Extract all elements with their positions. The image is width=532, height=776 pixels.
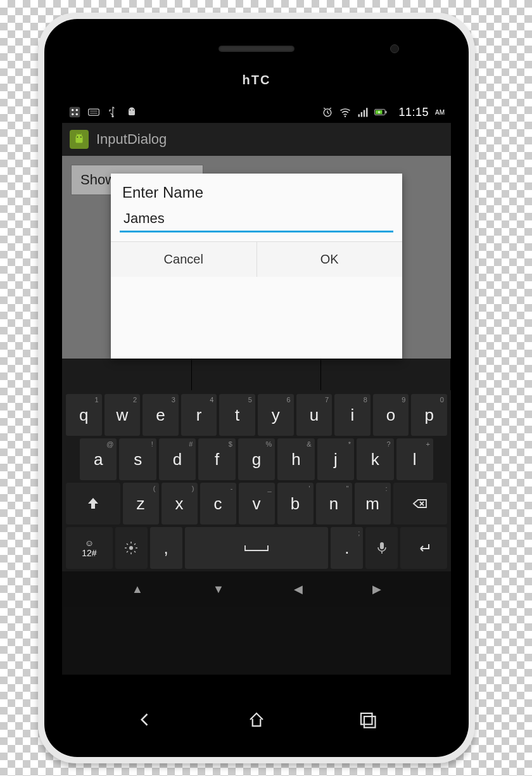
key-e[interactable]: 3e (142, 394, 179, 436)
dialog-title: Enter Name (111, 174, 402, 208)
soft-keyboard: 1q2w3e4r5t6y7u8i9o0p @a!s#d$f%g&h*j?k+l … (62, 390, 451, 607)
key-k[interactable]: ?k (357, 438, 393, 480)
svg-rect-15 (364, 110, 365, 117)
key-q[interactable]: 1q (66, 394, 102, 436)
suggestion-slot[interactable] (192, 359, 322, 390)
period-key[interactable]: ; . (331, 527, 363, 569)
app-icon (70, 130, 89, 149)
suggestion-strip (62, 359, 451, 390)
cursor-row: ▲ ▼ ◀ ▶ (62, 571, 451, 607)
svg-point-21 (80, 136, 82, 137)
status-time: 11:15 (398, 106, 429, 119)
usb-icon (106, 106, 119, 118)
svg-rect-27 (364, 716, 376, 728)
svg-rect-18 (386, 111, 387, 113)
key-h[interactable]: &h (277, 438, 314, 480)
app-bar: InputDialog (62, 123, 451, 156)
svg-point-24 (129, 546, 133, 550)
comma-key[interactable]: , (150, 527, 182, 569)
battery-charging-icon (374, 106, 393, 118)
svg-point-3 (72, 113, 73, 115)
key-l[interactable]: +l (396, 438, 433, 480)
bbm-icon (68, 106, 81, 118)
key-j[interactable]: *j (317, 438, 354, 480)
svg-point-1 (72, 109, 73, 111)
modal-overlay[interactable]: Enter Name Cancel OK (62, 156, 451, 359)
name-input[interactable] (120, 208, 393, 232)
key-z[interactable]: (z (123, 483, 159, 525)
cancel-button[interactable]: Cancel (111, 242, 256, 277)
speaker-grille (218, 46, 294, 52)
cursor-right-key[interactable]: ▶ (372, 582, 381, 596)
key-m[interactable]: :m (355, 483, 391, 525)
svg-rect-26 (361, 713, 372, 725)
signal-icon (357, 106, 369, 118)
svg-rect-16 (366, 108, 368, 117)
cursor-left-key[interactable]: ◀ (294, 582, 303, 596)
cursor-up-key[interactable]: ▲ (132, 583, 143, 596)
ok-button[interactable]: OK (256, 242, 403, 277)
voice-key[interactable] (365, 527, 398, 569)
svg-point-8 (111, 115, 113, 117)
hardware-softkeys (44, 710, 469, 732)
key-t[interactable]: 5t (219, 394, 255, 436)
keyboard-icon (87, 106, 100, 118)
svg-point-2 (76, 109, 78, 111)
svg-point-4 (76, 113, 78, 115)
mode-switch-key[interactable]: ☺ 12# (66, 527, 113, 569)
svg-point-20 (77, 136, 78, 137)
space-key[interactable] (185, 527, 329, 569)
key-c[interactable]: -c (200, 483, 236, 525)
key-w[interactable]: 2w (104, 394, 141, 436)
svg-rect-0 (70, 107, 80, 118)
input-dialog: Enter Name Cancel OK (111, 174, 402, 359)
screen: 11:15AM InputDialog Show Input Dialog En… (62, 101, 451, 675)
suggestion-slot[interactable] (62, 359, 192, 390)
enter-key[interactable] (400, 527, 447, 569)
phone-frame: hTC 11:15AM (38, 13, 475, 763)
wifi-icon (339, 106, 352, 118)
svg-rect-13 (358, 114, 360, 117)
front-camera (390, 44, 399, 53)
key-i[interactable]: 8i (334, 394, 370, 436)
key-n[interactable]: "n (316, 483, 352, 525)
svg-point-9 (130, 110, 131, 111)
svg-rect-14 (361, 112, 363, 117)
alarm-icon (321, 106, 334, 118)
status-ampm: AM (435, 109, 445, 116)
app-title: InputDialog (96, 131, 167, 148)
key-x[interactable]: )x (162, 483, 198, 525)
android-debug-icon (125, 106, 138, 118)
key-b[interactable]: 'b (277, 483, 314, 525)
svg-point-10 (133, 110, 134, 111)
key-d[interactable]: #d (159, 438, 196, 480)
shift-key[interactable] (66, 483, 120, 525)
key-g[interactable]: %g (238, 438, 275, 480)
backspace-key[interactable] (393, 483, 448, 525)
cursor-down-key[interactable]: ▼ (213, 583, 224, 596)
key-r[interactable]: 4r (181, 394, 217, 436)
key-s[interactable]: !s (119, 438, 156, 480)
key-p[interactable]: 0p (411, 394, 447, 436)
key-y[interactable]: 6y (258, 394, 294, 436)
key-v[interactable]: _v (239, 483, 275, 525)
svg-point-12 (345, 115, 346, 117)
back-softkey[interactable] (136, 710, 155, 732)
settings-key[interactable] (115, 527, 148, 569)
svg-rect-5 (89, 109, 99, 115)
device-brand: hTC (243, 73, 271, 87)
home-softkey[interactable] (247, 710, 266, 732)
key-u[interactable]: 7u (296, 394, 332, 436)
key-a[interactable]: @a (80, 438, 117, 480)
svg-rect-25 (380, 542, 384, 549)
status-bar: 11:15AM (62, 101, 451, 123)
key-o[interactable]: 9o (373, 394, 409, 436)
recent-softkey[interactable] (358, 710, 377, 732)
key-f[interactable]: $f (198, 438, 235, 480)
page-content: Show Input Dialog Enter Name Cancel OK (62, 156, 451, 359)
suggestion-slot[interactable] (321, 359, 451, 390)
